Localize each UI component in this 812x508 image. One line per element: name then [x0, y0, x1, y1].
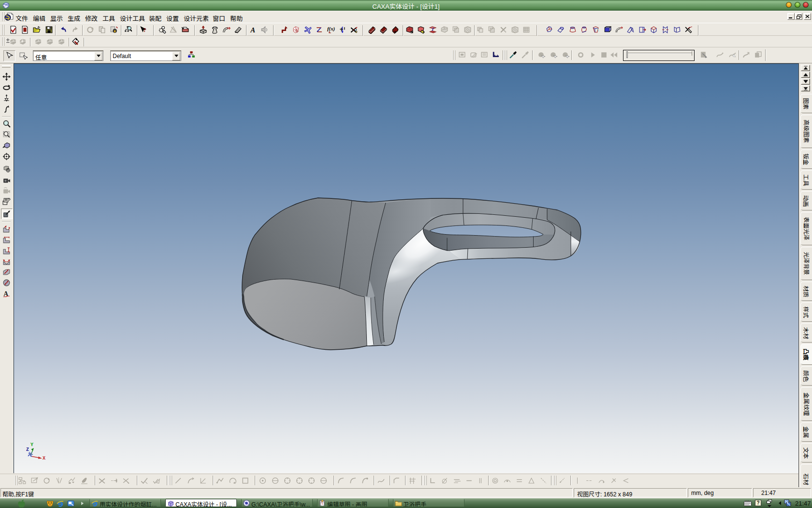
- svg-text:A: A: [3, 290, 8, 298]
- svg-text:Y: Y: [30, 442, 33, 448]
- svg-text:Z: Z: [26, 447, 29, 452]
- svg-text:?: ?: [144, 27, 146, 33]
- svg-text:f(x): f(x): [327, 26, 335, 32]
- svg-text:A: A: [250, 26, 255, 34]
- svg-text:X: X: [43, 456, 45, 461]
